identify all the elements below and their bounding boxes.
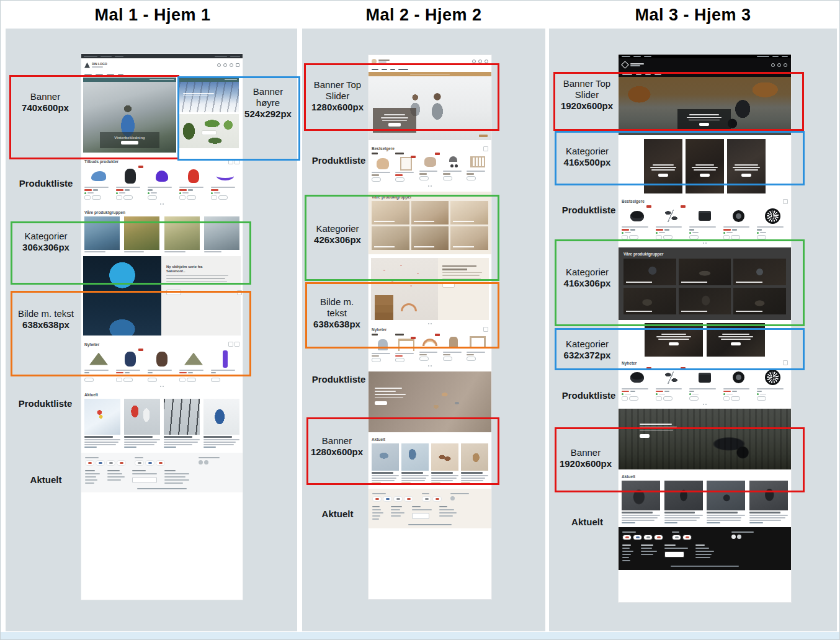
buy-button[interactable] [211, 378, 220, 382]
product-card[interactable] [148, 166, 176, 200]
search-icon[interactable] [771, 63, 775, 67]
banner-cta-button[interactable] [375, 401, 387, 405]
product-card[interactable] [179, 166, 208, 200]
les-mer-link[interactable] [164, 447, 176, 448]
footer-newsletter[interactable] [664, 544, 688, 561]
footer-links[interactable] [641, 544, 657, 561]
buy-button[interactable] [372, 358, 381, 362]
buy-button[interactable] [419, 357, 429, 361]
buy-button[interactable] [187, 195, 196, 200]
newsletter-input[interactable] [664, 551, 684, 558]
buy-button[interactable] [731, 396, 740, 401]
footer-newsletter[interactable] [412, 506, 432, 520]
buy-button[interactable] [689, 396, 699, 401]
footer-links[interactable] [622, 544, 633, 561]
article-card[interactable] [164, 399, 200, 448]
mockup1-logo[interactable]: DIN LOGO [84, 63, 107, 68]
buy-button[interactable] [92, 195, 101, 200]
social-icon[interactable] [204, 460, 208, 464]
buy-button[interactable] [148, 378, 157, 382]
user-icon[interactable] [777, 63, 781, 67]
product-card[interactable] [723, 205, 754, 239]
carousel-dots[interactable] [619, 402, 791, 406]
cart-icon[interactable] [230, 63, 233, 67]
carousel-next-icon[interactable] [783, 199, 788, 204]
cart-icon[interactable] [485, 60, 488, 63]
buy-button[interactable] [84, 378, 94, 382]
buy-button[interactable] [629, 235, 638, 239]
footer-links[interactable] [107, 470, 125, 484]
footer-newsletter[interactable] [132, 470, 157, 484]
buy-button[interactable] [123, 195, 133, 200]
language-icon[interactable] [236, 63, 239, 67]
product-card[interactable] [622, 205, 653, 239]
product-card[interactable] [84, 166, 113, 200]
les-mer-link[interactable] [84, 447, 97, 448]
product-card[interactable] [622, 367, 653, 401]
buy-button[interactable] [443, 176, 452, 180]
les-mer-link[interactable] [203, 447, 216, 448]
buy-button[interactable] [218, 195, 228, 200]
product-card[interactable] [395, 153, 417, 182]
product-card[interactable] [372, 153, 393, 182]
product-card[interactable] [656, 205, 687, 239]
product-card[interactable] [757, 367, 788, 401]
mockup3-logo[interactable] [622, 62, 644, 68]
product-card[interactable] [689, 205, 720, 239]
article-card[interactable] [84, 399, 120, 448]
buy-button[interactable] [148, 195, 157, 200]
newsletter-input[interactable] [412, 513, 429, 519]
product-card[interactable] [419, 153, 441, 182]
cart-icon[interactable] [784, 63, 787, 67]
search-icon[interactable] [737, 535, 741, 539]
buy-button[interactable] [395, 358, 404, 362]
product-card[interactable] [689, 367, 720, 401]
product-card[interactable] [211, 166, 239, 200]
carousel-next-icon[interactable] [483, 146, 488, 151]
carousel-dots[interactable] [369, 364, 491, 368]
buy-button[interactable] [629, 396, 638, 401]
product-card[interactable] [656, 367, 687, 401]
buy-button[interactable] [372, 177, 381, 182]
footer-links[interactable] [391, 506, 404, 520]
les-mer-link[interactable] [664, 522, 678, 523]
social-icon[interactable] [450, 496, 455, 500]
search-icon[interactable] [472, 60, 476, 63]
buy-button[interactable] [187, 378, 196, 382]
product-card[interactable] [757, 205, 788, 239]
buy-button[interactable] [731, 235, 740, 239]
buy-button[interactable] [467, 357, 476, 361]
les-mer-link[interactable] [124, 447, 136, 448]
les-mer-link[interactable] [749, 522, 763, 523]
footer-links[interactable] [85, 470, 100, 484]
les-mer-link[interactable] [622, 522, 635, 523]
search-icon[interactable] [217, 63, 221, 67]
product-card[interactable] [467, 153, 488, 182]
carousel-dots[interactable] [81, 202, 243, 206]
article-card[interactable] [124, 399, 160, 448]
slider-next-button[interactable] [479, 135, 488, 137]
buy-button[interactable] [123, 378, 133, 382]
buy-button[interactable] [663, 396, 672, 401]
buy-button[interactable] [395, 177, 404, 182]
les-mer-link[interactable] [707, 522, 720, 523]
social-icon[interactable] [199, 460, 203, 464]
language-icon[interactable] [731, 535, 736, 539]
product-card[interactable] [116, 166, 145, 200]
carousel-dots[interactable] [81, 384, 243, 388]
article-card[interactable] [203, 399, 239, 448]
buy-button[interactable] [467, 176, 476, 180]
buy-button[interactable] [689, 235, 699, 239]
product-card[interactable] [723, 367, 754, 401]
buy-button[interactable] [663, 235, 672, 239]
user-icon[interactable] [478, 60, 482, 63]
buy-button[interactable] [757, 235, 766, 239]
newsletter-input[interactable] [132, 477, 157, 483]
buy-button[interactable] [443, 357, 452, 361]
buy-button[interactable] [419, 176, 429, 180]
product-card[interactable] [443, 153, 465, 182]
buy-button[interactable] [757, 396, 766, 401]
footer-links[interactable] [372, 506, 383, 520]
carousel-dots[interactable] [369, 184, 491, 188]
user-icon[interactable] [223, 63, 227, 67]
